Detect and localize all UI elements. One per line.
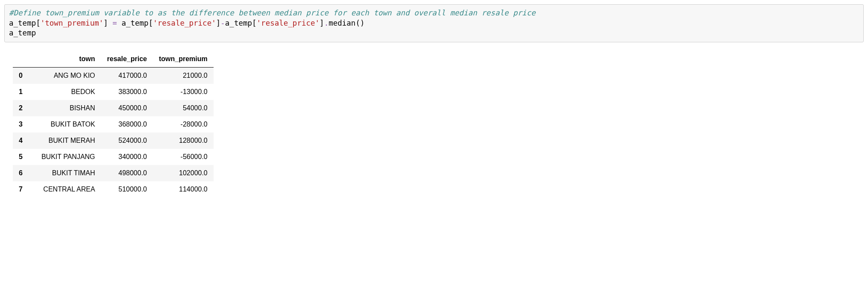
dataframe-table: town resale_price town_premium 0 ANG MO … (13, 51, 214, 198)
cell-town: BUKIT MERAH (35, 133, 101, 149)
cell-resale-price: 510000.0 (101, 181, 153, 198)
dataframe-output: town resale_price town_premium 0 ANG MO … (4, 51, 864, 198)
cell-resale-price: 417000.0 (101, 67, 153, 84)
code-line2-f: ] (320, 19, 324, 27)
cell-resale-price: 340000.0 (101, 149, 153, 165)
code-line2-d: ] (216, 19, 221, 27)
row-index: 7 (13, 181, 35, 198)
cell-town: BUKIT PANJANG (35, 149, 101, 165)
cell-town-premium: 128000.0 (153, 133, 214, 149)
code-str1: 'town_premium' (41, 19, 104, 27)
code-input-cell: #Define town_premium variable to as the … (4, 4, 864, 42)
cell-town-premium: -56000.0 (153, 149, 214, 165)
cell-town-premium: 21000.0 (153, 67, 214, 84)
code-line2-c: a_temp[ (117, 19, 153, 27)
table-body: 0 ANG MO KIO 417000.0 21000.0 1 BEDOK 38… (13, 67, 214, 198)
table-row: 5 BUKIT PANJANG 340000.0 -56000.0 (13, 149, 214, 165)
cell-town-premium: 102000.0 (153, 165, 214, 181)
code-str3: 'resale_price' (257, 19, 320, 27)
cell-resale-price: 450000.0 (101, 100, 153, 116)
cell-town: BUKIT BATOK (35, 116, 101, 133)
index-header (13, 51, 35, 68)
col-header-town-premium: town_premium (153, 51, 214, 68)
table-row: 1 BEDOK 383000.0 -13000.0 (13, 84, 214, 100)
row-index: 3 (13, 116, 35, 133)
code-minus: - (220, 19, 225, 27)
row-index: 4 (13, 133, 35, 149)
table-row: 7 CENTRAL AREA 510000.0 114000.0 (13, 181, 214, 198)
cell-town: CENTRAL AREA (35, 181, 101, 198)
table-row: 3 BUKIT BATOK 368000.0 -28000.0 (13, 116, 214, 133)
code-str2: 'resale_price' (153, 19, 216, 27)
cell-town: ANG MO KIO (35, 67, 101, 84)
cell-town: BISHAN (35, 100, 101, 116)
code-line2-e: a_temp[ (225, 19, 257, 27)
cell-town-premium: 54000.0 (153, 100, 214, 116)
cell-resale-price: 524000.0 (101, 133, 153, 149)
cell-resale-price: 383000.0 (101, 84, 153, 100)
table-header-row: town resale_price town_premium (13, 51, 214, 68)
cell-resale-price: 368000.0 (101, 116, 153, 133)
table-row: 0 ANG MO KIO 417000.0 21000.0 (13, 67, 214, 84)
code-dot: . (324, 19, 329, 27)
cell-resale-price: 498000.0 (101, 165, 153, 181)
table-row: 6 BUKIT TIMAH 498000.0 102000.0 (13, 165, 214, 181)
code-line2-b: ] (103, 19, 112, 27)
cell-town-premium: 114000.0 (153, 181, 214, 198)
cell-town: BEDOK (35, 84, 101, 100)
col-header-resale-price: resale_price (101, 51, 153, 68)
table-row: 4 BUKIT MERAH 524000.0 128000.0 (13, 133, 214, 149)
cell-town: BUKIT TIMAH (35, 165, 101, 181)
cell-town-premium: -13000.0 (153, 84, 214, 100)
table-row: 2 BISHAN 450000.0 54000.0 (13, 100, 214, 116)
row-index: 0 (13, 67, 35, 84)
code-comment: #Define town_premium variable to as the … (9, 9, 536, 17)
code-eq: = (112, 19, 117, 27)
row-index: 2 (13, 100, 35, 116)
cell-town-premium: -28000.0 (153, 116, 214, 133)
row-index: 5 (13, 149, 35, 165)
row-index: 6 (13, 165, 35, 181)
code-line3: a_temp (9, 29, 36, 37)
row-index: 1 (13, 84, 35, 100)
code-line2-a: a_temp[ (9, 19, 41, 27)
code-line2-g: median() (328, 19, 364, 27)
col-header-town: town (35, 51, 101, 68)
